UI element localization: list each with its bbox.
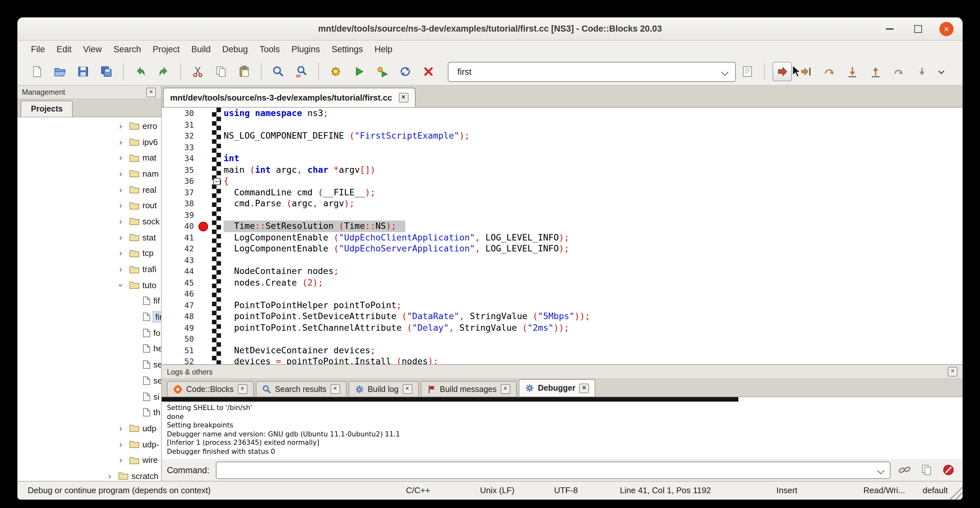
fold-marker[interactable]: [213, 178, 220, 185]
open-file-button[interactable]: [51, 62, 69, 81]
debug-continue-button[interactable]: [773, 62, 792, 81]
tree-item-udp[interactable]: udp: [18, 420, 161, 436]
tree-item-udp[interactable]: udp-: [18, 436, 161, 452]
tree-item-sock[interactable]: sock: [18, 213, 161, 229]
tree-item-real[interactable]: real: [18, 182, 161, 197]
tree-item-stat[interactable]: stat: [18, 229, 161, 245]
titlebar[interactable]: mnt/dev/tools/source/ns-3-dev/examples/t…: [18, 18, 963, 41]
tree-item-fif[interactable]: fif: [18, 293, 161, 309]
tree-item-wire[interactable]: wire: [18, 452, 161, 468]
expand-arrow-icon[interactable]: [119, 185, 127, 194]
close-panel-icon[interactable]: [948, 367, 958, 376]
find-in-files-button[interactable]: ab: [293, 62, 310, 81]
tree-item-se[interactable]: se: [18, 373, 161, 389]
menu-tools[interactable]: Tools: [253, 43, 285, 56]
abort-button[interactable]: [420, 62, 438, 81]
step-into-instruction-button[interactable]: [913, 62, 931, 81]
tree-item-se[interactable]: se: [18, 357, 161, 373]
command-combo[interactable]: [216, 461, 891, 479]
tree-item-tuto[interactable]: tuto: [18, 277, 161, 293]
tree-item-fir[interactable]: fir: [18, 309, 161, 325]
redo-button[interactable]: [154, 62, 173, 81]
collapse-arrow-icon[interactable]: [119, 281, 127, 289]
logs-tab-code-blocks[interactable]: Code::Blocks: [167, 381, 253, 397]
menu-debug[interactable]: Debug: [216, 43, 254, 56]
resize-grip[interactable]: [946, 483, 963, 500]
tree-item-he[interactable]: he: [18, 341, 161, 357]
build-and-run-button[interactable]: [373, 62, 391, 81]
expand-arrow-icon[interactable]: [119, 122, 127, 130]
fold-margin[interactable]: [212, 108, 221, 364]
menu-help[interactable]: Help: [369, 43, 399, 56]
expand-arrow-icon[interactable]: [119, 265, 127, 273]
expand-arrow-icon[interactable]: [119, 249, 127, 258]
menu-project[interactable]: Project: [147, 43, 186, 56]
logs-tab-build-log[interactable]: Build log: [348, 381, 418, 397]
close-button[interactable]: ×: [939, 22, 954, 36]
tree-item-mat[interactable]: mat: [18, 150, 161, 166]
logs-tab-build-messages[interactable]: Build messages: [420, 381, 517, 397]
paste-button[interactable]: [235, 62, 253, 81]
debugging-windows-button[interactable]: [738, 62, 756, 81]
cut-button[interactable]: [189, 62, 207, 81]
save-all-button[interactable]: [97, 62, 115, 81]
step-out-button[interactable]: [867, 62, 885, 81]
next-instruction-button[interactable]: [890, 62, 908, 81]
tree-item-th[interactable]: th: [18, 404, 161, 420]
expand-arrow-icon[interactable]: [119, 201, 127, 210]
close-tab-icon[interactable]: [402, 384, 412, 394]
close-panel-icon[interactable]: [146, 88, 156, 97]
tab-projects[interactable]: Projects: [21, 100, 73, 117]
tree-item-rout[interactable]: rout: [18, 197, 161, 213]
attach-button[interactable]: [897, 462, 912, 478]
menu-view[interactable]: View: [77, 43, 108, 56]
chevron-down-icon[interactable]: [878, 468, 883, 473]
expand-arrow-icon[interactable]: [119, 233, 127, 241]
new-file-button[interactable]: [28, 62, 46, 81]
expand-arrow-icon[interactable]: [119, 217, 127, 226]
build-target-combo[interactable]: first: [448, 62, 736, 81]
command-input[interactable]: [216, 462, 890, 478]
tree-item-fo[interactable]: fo: [18, 325, 161, 341]
menu-file[interactable]: File: [25, 43, 51, 56]
breakpoint-marker[interactable]: [199, 222, 208, 231]
editor-tab[interactable]: mnt/dev/tools/source/ns-3-dev/examples/t…: [163, 88, 415, 107]
close-tab-icon[interactable]: [501, 384, 510, 394]
tree-item-si[interactable]: si: [18, 389, 161, 404]
logs-tab-debugger[interactable]: Debugger: [519, 379, 596, 397]
tree-item-scratch[interactable]: scratch: [18, 468, 161, 481]
close-tab-icon[interactable]: [579, 383, 589, 393]
save-file-button[interactable]: [74, 62, 92, 81]
menu-plugins[interactable]: Plugins: [285, 43, 326, 56]
menu-search[interactable]: Search: [108, 43, 147, 56]
code-editor[interactable]: 30using namespace ns3;3132NS_LOG_COMPONE…: [162, 108, 963, 364]
chevron-down-icon[interactable]: [722, 69, 727, 75]
minimize-button[interactable]: [883, 22, 897, 36]
rebuild-button[interactable]: [396, 62, 414, 81]
copy-button[interactable]: [212, 62, 230, 81]
tree-item-ipv6[interactable]: ipv6: [18, 134, 161, 150]
debugger-log[interactable]: Setting SHELL to '/bin/sh'doneSetting br…: [162, 397, 963, 459]
menu-settings[interactable]: Settings: [326, 43, 369, 56]
maximize-button[interactable]: [911, 22, 925, 36]
step-into-button[interactable]: [843, 62, 861, 81]
run-button[interactable]: [350, 62, 368, 81]
find-button[interactable]: [269, 62, 287, 81]
logs-tab-search-results[interactable]: Search results: [256, 381, 346, 397]
close-tab-icon[interactable]: [330, 384, 340, 394]
stop-debugger-button[interactable]: [941, 462, 956, 478]
close-tab-icon[interactable]: [237, 384, 247, 394]
expand-arrow-icon[interactable]: [108, 472, 117, 480]
next-line-button[interactable]: [820, 62, 838, 81]
tree-item-tcp[interactable]: tcp: [18, 245, 161, 261]
expand-arrow-icon[interactable]: [119, 456, 127, 465]
tree-item-erro[interactable]: erro: [18, 118, 161, 134]
project-tree[interactable]: erroipv6matnamrealroutsockstattcptrafitu…: [18, 117, 161, 481]
copy-log-button[interactable]: [919, 462, 934, 478]
menu-edit[interactable]: Edit: [51, 43, 78, 56]
expand-arrow-icon[interactable]: [119, 153, 127, 162]
expand-arrow-icon[interactable]: [119, 170, 127, 178]
close-tab-icon[interactable]: [399, 93, 408, 102]
undo-button[interactable]: [131, 62, 150, 81]
tree-item-trafi[interactable]: trafi: [18, 261, 161, 277]
